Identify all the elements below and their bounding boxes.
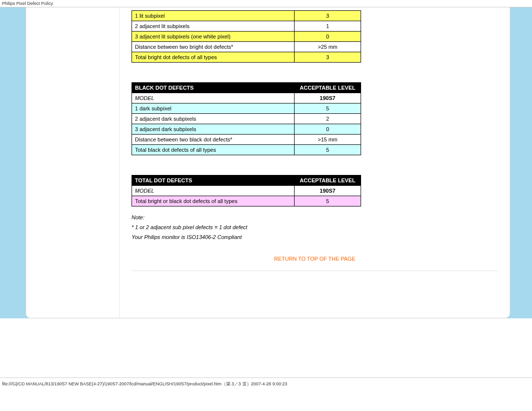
defect-value: 3 [295, 11, 361, 21]
defect-value: >15 mm [295, 135, 361, 145]
left-sidebar [26, 7, 120, 318]
note-label: Note: [132, 214, 498, 220]
model-value: 190S7 [295, 186, 361, 196]
defect-value: 0 [295, 32, 361, 42]
table-row: 2 adjacent lit subpixels 1 [132, 21, 361, 32]
defect-label: Total bright or black dot defects of all… [132, 196, 295, 206]
table-row: 2 adjacent dark subpixels 2 [132, 114, 361, 124]
separator [132, 271, 498, 271]
table-row: 1 lit subpixel 3 [132, 11, 361, 21]
table-header-row: TOTAL DOT DEFECTS ACCEPTABLE LEVEL [132, 175, 361, 186]
bright-dot-table: 1 lit subpixel 3 2 adjacent lit subpixel… [132, 10, 361, 63]
defect-label: 1 dark subpixel [132, 103, 295, 114]
model-row: MODEL 190S7 [132, 93, 361, 103]
model-label: MODEL [132, 93, 295, 103]
table-header-row: BLACK DOT DEFECTS ACCEPTABLE LEVEL [132, 83, 361, 93]
note-adjacent-subpixel: * 1 or 2 adjacent sub pixel defects = 1 … [132, 224, 498, 230]
table-row: 3 adjacent lit subpixels (one white pixe… [132, 32, 361, 42]
defect-label: Distance between two bright dot defects* [132, 42, 295, 52]
header-black-dot-defects: BLACK DOT DEFECTS [132, 83, 295, 93]
page-header: Philips Pixel Defect Policy [0, 0, 532, 7]
defect-label: 1 lit subpixel [132, 11, 295, 21]
defect-label: 2 adjacent dark subpixels [132, 114, 295, 124]
defect-value: 5 [295, 145, 361, 155]
defect-label: Distance between two black dot defects* [132, 135, 295, 145]
header-total-dot-defects: TOTAL DOT DEFECTS [132, 175, 295, 186]
bright-dot-table-group: 1 lit subpixel 3 2 adjacent lit subpixel… [132, 10, 498, 63]
defect-label: Total black dot defects of all types [132, 145, 295, 155]
table-row: 1 dark subpixel 5 [132, 103, 361, 114]
defect-value: 5 [295, 103, 361, 114]
return-to-top-link[interactable]: RETURN TO TOP OF THE PAGE [132, 256, 498, 262]
notes-section: Note: * 1 or 2 adjacent sub pixel defect… [132, 214, 498, 240]
defect-value: 0 [295, 124, 361, 135]
main-content: 1 lit subpixel 3 2 adjacent lit subpixel… [120, 7, 510, 318]
total-dot-table: TOTAL DOT DEFECTS ACCEPTABLE LEVEL MODEL… [132, 175, 361, 206]
model-value: 190S7 [295, 93, 361, 103]
model-row: MODEL 190S7 [132, 186, 361, 196]
defect-value: >25 mm [295, 42, 361, 52]
defect-label: Total bright dot defects of all types [132, 52, 295, 63]
black-dot-table-group: BLACK DOT DEFECTS ACCEPTABLE LEVEL MODEL… [132, 82, 498, 155]
defect-value: 5 [295, 196, 361, 206]
table-row: Total bright or black dot defects of all… [132, 196, 361, 206]
content-frame: 1 lit subpixel 3 2 adjacent lit subpixel… [26, 7, 510, 318]
table-row: 3 adjacent dark subpixels 0 [132, 124, 361, 135]
model-label: MODEL [132, 186, 295, 196]
header-acceptable-level: ACCEPTABLE LEVEL [295, 83, 361, 93]
page-footer: file:///G|/CD MANUAL/813/190S7 NEW BASE(… [0, 377, 532, 390]
defect-label: 3 adjacent dark subpixels [132, 124, 295, 135]
table-row: Distance between two bright dot defects*… [132, 42, 361, 52]
black-dot-table: BLACK DOT DEFECTS ACCEPTABLE LEVEL MODEL… [132, 82, 361, 155]
defect-label: 2 adjacent lit subpixels [132, 21, 295, 32]
table-row: Total black dot defects of all types 5 [132, 145, 361, 155]
defect-value: 1 [295, 21, 361, 32]
page-background: 1 lit subpixel 3 2 adjacent lit subpixel… [0, 7, 532, 318]
defect-value: 3 [295, 52, 361, 63]
header-acceptable-level: ACCEPTABLE LEVEL [295, 175, 361, 186]
defect-label: 3 adjacent lit subpixels (one white pixe… [132, 32, 295, 42]
table-row: Total bright dot defects of all types 3 [132, 52, 361, 63]
defect-value: 2 [295, 114, 361, 124]
total-dot-table-group: TOTAL DOT DEFECTS ACCEPTABLE LEVEL MODEL… [132, 175, 498, 206]
table-row: Distance between two black dot defects* … [132, 135, 361, 145]
note-iso-compliance: Your Philips monitor is ISO13406-2 Compl… [132, 234, 498, 240]
